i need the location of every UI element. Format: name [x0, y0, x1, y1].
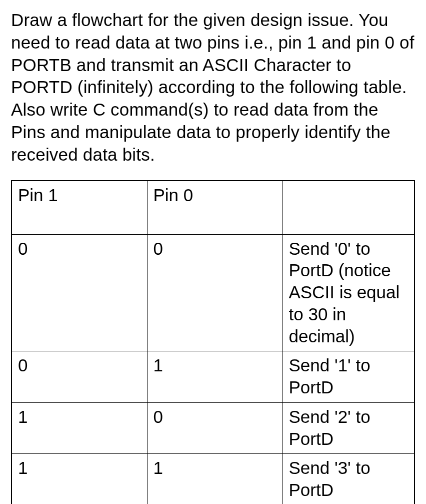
cell-pin1: 1: [12, 454, 147, 504]
cell-pin0: 0: [147, 234, 282, 351]
cell-pin0: 1: [147, 351, 282, 403]
cell-action: Send '1' to PortD: [282, 351, 414, 403]
cell-action: Send '2' to PortD: [282, 402, 414, 454]
table-row: 1 1 Send '3' to PortD: [12, 454, 414, 504]
truth-table: Pin 1 Pin 0 0 0 Send '0' to PortD (notic…: [11, 180, 415, 504]
question-prompt: Draw a flowchart for the given design is…: [11, 9, 415, 166]
cell-action: Send '0' to PortD (notice ASCII is equal…: [282, 234, 414, 351]
header-pin1: Pin 1: [12, 181, 147, 235]
cell-action: Send '3' to PortD: [282, 454, 414, 504]
cell-pin1: 0: [12, 351, 147, 403]
table-row: 0 0 Send '0' to PortD (notice ASCII is e…: [12, 234, 414, 351]
header-pin0: Pin 0: [147, 181, 282, 235]
table-row: 0 1 Send '1' to PortD: [12, 351, 414, 403]
table-row: 1 0 Send '2' to PortD: [12, 402, 414, 454]
cell-pin1: 1: [12, 402, 147, 454]
table-header-row: Pin 1 Pin 0: [12, 181, 414, 235]
document-page: Draw a flowchart for the given design is…: [0, 0, 426, 504]
cell-pin0: 0: [147, 402, 282, 454]
cell-pin0: 1: [147, 454, 282, 504]
cell-pin1: 0: [12, 234, 147, 351]
header-action: [282, 181, 414, 235]
